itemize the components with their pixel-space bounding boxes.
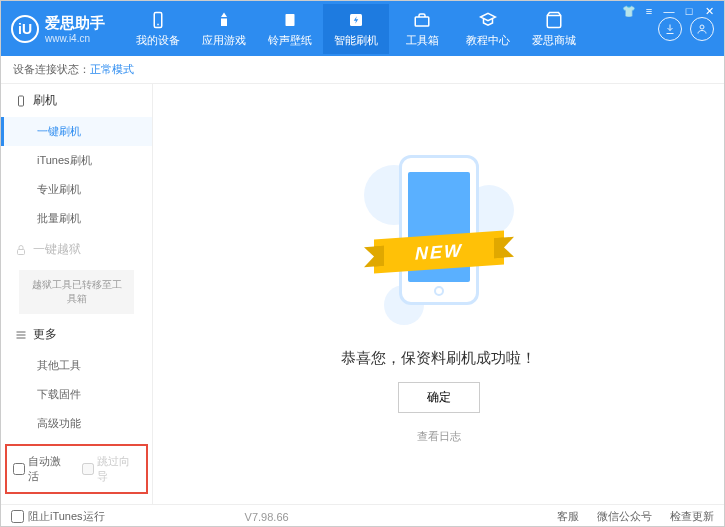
sidebar-item-batch[interactable]: 批量刷机 (1, 204, 152, 233)
svg-point-6 (700, 25, 704, 29)
footer-support-link[interactable]: 客服 (557, 509, 579, 524)
nav-apps[interactable]: 应用游戏 (191, 4, 257, 54)
nav-tutorial[interactable]: 教程中心 (455, 4, 521, 54)
nav-ringtone[interactable]: 铃声壁纸 (257, 4, 323, 54)
maximize-button[interactable]: □ (682, 5, 696, 18)
options-box: 自动激活 跳过向导 (5, 444, 148, 494)
download-button[interactable] (658, 17, 682, 41)
apps-icon (214, 10, 234, 30)
new-ribbon: NEW (374, 230, 504, 273)
app-header: iU 爱思助手 www.i4.cn 我的设备 应用游戏 铃声壁纸 智能刷机 工具… (1, 1, 724, 56)
svg-rect-7 (19, 96, 24, 106)
logo: iU 爱思助手 www.i4.cn (11, 14, 105, 44)
sidebar-cat-label: 更多 (33, 326, 57, 343)
device-info: iPhone 15 Pro Max 512GB iPhone (1, 500, 152, 504)
view-log-link[interactable]: 查看日志 (417, 429, 461, 444)
top-nav: 我的设备 应用游戏 铃声壁纸 智能刷机 工具箱 教程中心 爱思商城 (125, 4, 650, 54)
nav-store[interactable]: 爱思商城 (521, 4, 587, 54)
svg-rect-2 (286, 14, 295, 26)
nav-flash[interactable]: 智能刷机 (323, 4, 389, 54)
sidebar: 刷机 一键刷机 iTunes刷机 专业刷机 批量刷机 一键越狱 越狱工具已转移至… (1, 84, 153, 504)
flash-icon (346, 10, 366, 30)
status-value: 正常模式 (90, 62, 134, 77)
tutorial-icon (478, 10, 498, 30)
nav-label: 爱思商城 (532, 33, 576, 48)
main-content: NEW 恭喜您，保资料刷机成功啦！ 确定 查看日志 (153, 84, 724, 504)
flash-cat-icon (15, 95, 27, 107)
success-illustration: NEW (364, 145, 514, 325)
nav-label: 铃声壁纸 (268, 33, 312, 48)
sidebar-cat-flash[interactable]: 刷机 (1, 84, 152, 117)
svg-rect-8 (18, 249, 25, 254)
skin-button[interactable]: 👕 (622, 5, 636, 18)
sidebar-item-firmware[interactable]: 下载固件 (1, 380, 152, 409)
nav-label: 工具箱 (406, 33, 439, 48)
logo-icon: iU (11, 15, 39, 43)
sidebar-item-oneclick[interactable]: 一键刷机 (1, 117, 152, 146)
app-title: 爱思助手 (45, 14, 105, 33)
sidebar-item-pro[interactable]: 专业刷机 (1, 175, 152, 204)
jailbreak-note: 越狱工具已转移至工具箱 (19, 270, 134, 314)
nav-label: 教程中心 (466, 33, 510, 48)
checkbox-label: 自动激活 (28, 454, 72, 484)
svg-rect-4 (415, 17, 429, 26)
sidebar-item-advanced[interactable]: 高级功能 (1, 409, 152, 438)
version-label: V7.98.66 (245, 511, 289, 523)
footer: 阻止iTunes运行 V7.98.66 客服 微信公众号 检查更新 (1, 504, 724, 527)
auto-activate-checkbox[interactable]: 自动激活 (13, 454, 72, 484)
skip-guide-checkbox: 跳过向导 (82, 454, 141, 484)
skip-guide-input (82, 463, 94, 475)
sidebar-cat-label: 一键越狱 (33, 241, 81, 258)
footer-wechat-link[interactable]: 微信公众号 (597, 509, 652, 524)
more-icon (15, 329, 27, 341)
menu-button[interactable]: ≡ (642, 5, 656, 18)
sidebar-cat-more[interactable]: 更多 (1, 318, 152, 351)
store-icon (544, 10, 564, 30)
block-itunes-input[interactable] (11, 510, 24, 523)
nav-label: 我的设备 (136, 33, 180, 48)
lock-icon (15, 244, 27, 256)
sidebar-item-other[interactable]: 其他工具 (1, 351, 152, 380)
checkbox-label: 跳过向导 (97, 454, 141, 484)
user-button[interactable] (690, 17, 714, 41)
status-label: 设备连接状态： (13, 62, 90, 77)
nav-label: 应用游戏 (202, 33, 246, 48)
nav-label: 智能刷机 (334, 33, 378, 48)
footer-update-link[interactable]: 检查更新 (670, 509, 714, 524)
nav-my-device[interactable]: 我的设备 (125, 4, 191, 54)
sidebar-item-itunes[interactable]: iTunes刷机 (1, 146, 152, 175)
checkbox-label: 阻止iTunes运行 (28, 509, 105, 524)
ok-button[interactable]: 确定 (398, 382, 480, 413)
ringtone-icon (280, 10, 300, 30)
auto-activate-input[interactable] (13, 463, 25, 475)
minimize-button[interactable]: ― (662, 5, 676, 18)
app-url: www.i4.cn (45, 33, 105, 44)
block-itunes-checkbox[interactable]: 阻止iTunes运行 (11, 509, 105, 524)
success-message: 恭喜您，保资料刷机成功啦！ (341, 349, 536, 368)
sidebar-cat-jailbreak: 一键越狱 (1, 233, 152, 266)
nav-toolbox[interactable]: 工具箱 (389, 4, 455, 54)
status-bar: 设备连接状态： 正常模式 (1, 56, 724, 84)
device-icon (148, 10, 168, 30)
sidebar-cat-label: 刷机 (33, 92, 57, 109)
toolbox-icon (412, 10, 432, 30)
close-button[interactable]: ✕ (702, 5, 716, 18)
